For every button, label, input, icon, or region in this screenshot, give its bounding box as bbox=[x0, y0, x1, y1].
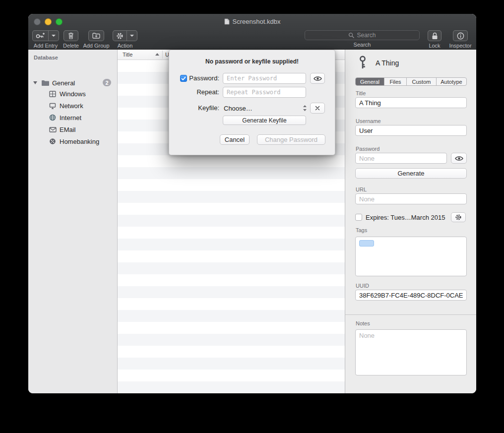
sidebar-group-general[interactable]: General 2 bbox=[28, 77, 117, 88]
sidebar-item-label: Homebanking bbox=[60, 138, 99, 145]
username-field[interactable] bbox=[355, 125, 467, 136]
title-field[interactable] bbox=[355, 97, 467, 108]
lock-button[interactable] bbox=[428, 30, 441, 41]
expires-checkbox[interactable] bbox=[355, 214, 362, 221]
chevron-down-icon bbox=[130, 35, 134, 37]
window-chrome: Screenshot.kdbx Add Entry bbox=[28, 14, 476, 50]
eye-icon bbox=[455, 156, 463, 161]
dialog-repeat-label: Repeat: bbox=[196, 87, 219, 98]
generate-password-button[interactable]: Generate bbox=[355, 168, 467, 179]
gear-icon bbox=[113, 31, 126, 41]
info-icon bbox=[457, 32, 464, 40]
sidebar-group-label: General bbox=[52, 79, 75, 87]
inspector-panel: A Thing General Files Custom Autotype Ti… bbox=[345, 50, 476, 393]
password-field-label: Password bbox=[356, 146, 379, 152]
folder-plus-icon bbox=[92, 33, 100, 39]
keyfile-dropdown-value: Choose… bbox=[224, 105, 252, 112]
column-divider[interactable] bbox=[162, 51, 163, 59]
uuid-label: UUID bbox=[356, 283, 369, 289]
sidebar-item-label: EMail bbox=[60, 126, 76, 133]
key-icon bbox=[358, 56, 367, 71]
search-icon bbox=[348, 32, 354, 38]
inspector-button[interactable] bbox=[453, 30, 468, 41]
close-icon bbox=[315, 106, 320, 111]
tags-label: Tags bbox=[356, 227, 367, 233]
cancel-button[interactable]: Cancel bbox=[220, 134, 250, 145]
action-dropdown[interactable] bbox=[126, 31, 137, 41]
tag-chip[interactable] bbox=[359, 240, 374, 247]
trash-icon bbox=[68, 32, 74, 39]
disclosure-triangle-icon[interactable] bbox=[33, 81, 37, 84]
search-label: Search bbox=[354, 42, 371, 48]
tab-custom[interactable]: Custom bbox=[406, 78, 436, 85]
delete-button[interactable] bbox=[63, 30, 78, 41]
add-entry-button[interactable] bbox=[32, 30, 59, 41]
inspector-divider bbox=[345, 314, 476, 315]
sidebar-item-label: Internet bbox=[60, 114, 81, 122]
reveal-password-button[interactable] bbox=[451, 153, 467, 164]
sidebar-item-homebanking[interactable]: Homebanking bbox=[28, 136, 117, 147]
clear-keyfile-button[interactable] bbox=[310, 103, 325, 114]
tags-field[interactable] bbox=[355, 237, 467, 276]
sidebar-item-network[interactable]: Network bbox=[28, 100, 117, 111]
sidebar-item-windows[interactable]: Windows bbox=[28, 88, 117, 99]
inspector-label: Inspector bbox=[449, 43, 471, 49]
add-entry-key-icon bbox=[33, 31, 48, 41]
action-label: Action bbox=[118, 43, 133, 49]
delete-label: Delete bbox=[63, 43, 79, 49]
search-input[interactable]: Search bbox=[305, 30, 420, 40]
keyfile-dropdown[interactable]: Choose… bbox=[221, 103, 310, 114]
sidebar-section-header: Database bbox=[34, 55, 58, 61]
dialog-reveal-password-button[interactable] bbox=[310, 73, 325, 84]
envelope-icon bbox=[48, 127, 57, 132]
add-entry-dropdown[interactable] bbox=[48, 31, 59, 41]
window-title-text: Screenshot.kdbx bbox=[233, 18, 281, 25]
stepper-arrows-icon bbox=[303, 105, 307, 112]
dialog-password-input[interactable] bbox=[223, 73, 306, 84]
dialog-repeat-input[interactable] bbox=[223, 87, 306, 98]
window-panes-icon bbox=[48, 91, 57, 97]
entry-title: A Thing bbox=[376, 59, 399, 67]
uuid-field[interactable] bbox=[355, 290, 467, 301]
url-field-label: URL bbox=[356, 186, 367, 192]
column-header-title[interactable]: Title bbox=[123, 52, 132, 58]
sidebar-item-label: Windows bbox=[60, 90, 86, 98]
app-window: Screenshot.kdbx Add Entry bbox=[28, 14, 476, 393]
sidebar-item-internet[interactable]: Internet bbox=[28, 112, 117, 123]
add-entry-label: Add Entry bbox=[34, 43, 58, 49]
folder-icon bbox=[41, 80, 50, 86]
add-group-button[interactable] bbox=[88, 30, 104, 41]
dialog-keyfile-label: Keyfile: bbox=[198, 103, 219, 114]
password-field[interactable] bbox=[355, 153, 447, 164]
globe-icon bbox=[48, 114, 57, 121]
tab-files[interactable]: Files bbox=[384, 78, 406, 85]
inspector-tabs: General Files Custom Autotype bbox=[355, 77, 467, 86]
chevron-down-icon bbox=[52, 35, 56, 37]
lock-icon bbox=[432, 32, 438, 40]
sort-ascending-icon bbox=[155, 53, 159, 56]
checkmark-icon bbox=[181, 76, 186, 81]
url-field[interactable] bbox=[355, 193, 467, 204]
sidebar-item-email[interactable]: EMail bbox=[28, 124, 117, 135]
notes-field[interactable] bbox=[355, 329, 467, 375]
add-group-label: Add Group bbox=[83, 43, 109, 49]
eye-icon bbox=[314, 76, 322, 81]
dialog-password-label: Password: bbox=[189, 73, 219, 84]
toolbar: Add Entry Delete Add Group bbox=[28, 29, 476, 50]
sidebar: Database General 2 Windows Network bbox=[28, 50, 118, 393]
generate-keyfile-button[interactable]: Generate Keyfile bbox=[223, 116, 306, 125]
change-password-button[interactable]: Change Password bbox=[257, 134, 325, 145]
sidebar-item-label: Network bbox=[60, 102, 83, 110]
password-enabled-checkbox[interactable] bbox=[180, 75, 187, 82]
notes-label: Notes bbox=[356, 320, 370, 326]
action-button[interactable] bbox=[113, 30, 137, 41]
expires-settings-button[interactable] bbox=[451, 212, 466, 222]
tab-general[interactable]: General bbox=[356, 78, 384, 85]
percent-coin-icon bbox=[48, 138, 57, 145]
change-password-dialog: No password or keyfile supplied! Passwor… bbox=[169, 50, 335, 155]
monitor-icon bbox=[48, 103, 57, 109]
entry-count-badge: 2 bbox=[103, 79, 111, 86]
expires-label: Expires: Tues…March 2015 bbox=[366, 214, 445, 221]
titlebar[interactable]: Screenshot.kdbx bbox=[28, 14, 476, 29]
tab-autotype[interactable]: Autotype bbox=[436, 78, 466, 85]
